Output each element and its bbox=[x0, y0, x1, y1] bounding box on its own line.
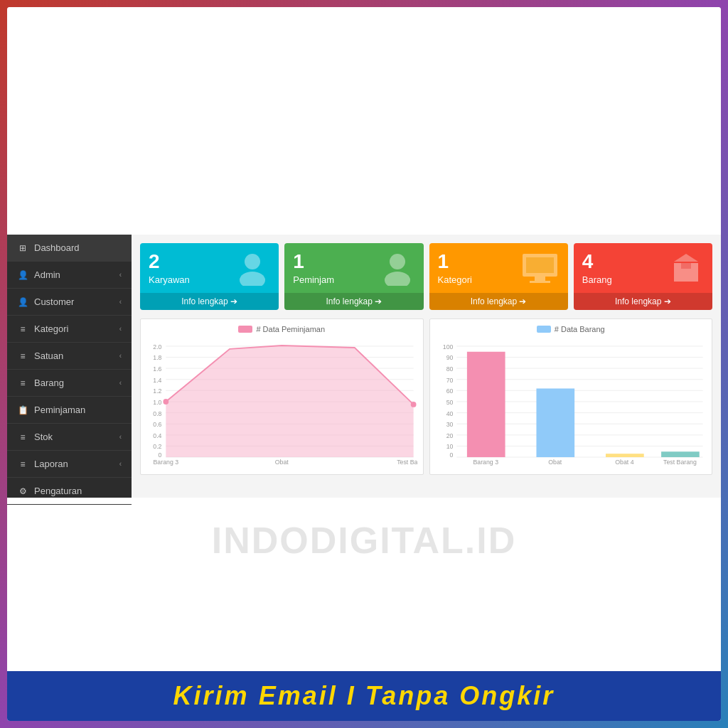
sidebar-item-satuan[interactable]: ≡ Satuan ‹ bbox=[7, 343, 132, 370]
svg-text:1.0: 1.0 bbox=[153, 399, 161, 406]
chart-peminjaman-title: # Data Peminjaman bbox=[146, 325, 417, 333]
sidebar-item-peminjaman[interactable]: 📋 Peminjaman bbox=[7, 397, 132, 424]
sidebar-item-admin[interactable]: 👤 Admin ‹ bbox=[7, 262, 132, 289]
svg-text:70: 70 bbox=[446, 377, 453, 384]
sidebar-item-kategori[interactable]: ≡ Kategori ‹ bbox=[7, 316, 132, 343]
sidebar-item-pengaturan[interactable]: ⚙ Pengaturan bbox=[7, 478, 132, 505]
app-container: ⊞ Dashboard 👤 Admin ‹ 👤 Customer ‹ bbox=[7, 7, 721, 721]
barang-number: 4 bbox=[582, 252, 612, 272]
watermark-area: INDODIGITAL.ID bbox=[7, 498, 721, 583]
svg-point-2 bbox=[390, 254, 405, 269]
chart-peminjaman: # Data Peminjaman 2.0 1.8 1.6 1.4 1.2 1.… bbox=[140, 318, 424, 475]
chevron-icon: ‹ bbox=[119, 271, 122, 279]
kategori-label: Kategori bbox=[438, 274, 472, 285]
svg-text:30: 30 bbox=[446, 421, 453, 428]
banner-text: Kirim Email I Tanpa Ongkir bbox=[173, 681, 555, 711]
svg-text:2.0: 2.0 bbox=[153, 343, 161, 350]
chart-barang-title: # Data Barang bbox=[436, 325, 707, 333]
chevron-icon: ‹ bbox=[119, 433, 122, 441]
sidebar-item-dashboard[interactable]: ⊞ Dashboard bbox=[7, 235, 132, 262]
sidebar-item-laporan[interactable]: ≡ Laporan ‹ bbox=[7, 451, 132, 478]
sidebar-label-satuan: Satuan bbox=[34, 350, 63, 361]
dashboard-icon: ⊞ bbox=[17, 243, 28, 253]
svg-text:0.2: 0.2 bbox=[153, 443, 161, 450]
svg-text:90: 90 bbox=[446, 354, 453, 361]
svg-text:Obat: Obat bbox=[548, 459, 562, 466]
svg-text:0.8: 0.8 bbox=[153, 410, 161, 417]
stat-card-karyawan: 2 Karyawan Info lengkap ➔ bbox=[140, 243, 279, 310]
charts-area: # Data Peminjaman 2.0 1.8 1.6 1.4 1.2 1.… bbox=[140, 318, 712, 475]
svg-text:Test Barang: Test Barang bbox=[663, 459, 697, 466]
svg-marker-33 bbox=[166, 346, 413, 457]
sidebar-item-stok[interactable]: ≡ Stok ‹ bbox=[7, 424, 132, 451]
svg-point-34 bbox=[163, 399, 168, 405]
karyawan-number: 2 bbox=[149, 252, 190, 272]
satuan-icon: ≡ bbox=[17, 351, 28, 361]
svg-text:100: 100 bbox=[442, 343, 453, 350]
svg-text:20: 20 bbox=[446, 432, 453, 439]
stok-icon: ≡ bbox=[17, 432, 28, 442]
main-content: 2 Karyawan Info lengkap ➔ 1 bbox=[132, 235, 721, 498]
chevron-icon: ‹ bbox=[119, 325, 122, 333]
chevron-icon: ‹ bbox=[119, 298, 122, 306]
sidebar: ⊞ Dashboard 👤 Admin ‹ 👤 Customer ‹ bbox=[7, 235, 132, 498]
barang-box-icon bbox=[668, 250, 704, 286]
chevron-icon: ‹ bbox=[119, 460, 122, 468]
karyawan-footer[interactable]: Info lengkap ➔ bbox=[140, 293, 279, 310]
svg-text:0.4: 0.4 bbox=[153, 432, 161, 439]
karyawan-person-icon bbox=[235, 250, 270, 286]
svg-text:0: 0 bbox=[159, 451, 162, 459]
stat-card-peminjam: 1 Peminjam Info lengkap ➔ bbox=[284, 243, 423, 310]
stat-card-barang: 4 Barang Info lengkap ➔ bbox=[574, 243, 712, 310]
sidebar-label-laporan: Laporan bbox=[34, 459, 68, 469]
svg-text:1.8: 1.8 bbox=[153, 354, 161, 361]
svg-text:60: 60 bbox=[446, 387, 453, 395]
svg-rect-10 bbox=[681, 263, 691, 269]
sidebar-item-customer[interactable]: 👤 Customer ‹ bbox=[7, 289, 132, 316]
stat-card-kategori: 1 Kategori Info lengkap ➔ bbox=[429, 243, 568, 310]
kategori-monitor-icon bbox=[520, 252, 560, 284]
bar-barang3 bbox=[466, 352, 505, 457]
sidebar-label-barang: Barang bbox=[34, 378, 64, 388]
svg-text:Obat 4: Obat 4 bbox=[615, 459, 633, 466]
watermark-text: INDODIGITAL.ID bbox=[212, 519, 517, 562]
svg-text:50: 50 bbox=[446, 399, 453, 406]
peminjam-footer[interactable]: Info lengkap ➔ bbox=[284, 293, 423, 310]
svg-text:40: 40 bbox=[446, 410, 453, 417]
bar-testbarang bbox=[661, 451, 700, 457]
svg-text:10: 10 bbox=[446, 443, 453, 450]
sidebar-label-dashboard: Dashboard bbox=[34, 242, 80, 253]
sidebar-label-pengaturan: Pengaturan bbox=[34, 486, 82, 496]
chart-peminjaman-legend-box bbox=[238, 326, 252, 333]
chevron-icon: ‹ bbox=[119, 379, 122, 387]
sidebar-label-stok: Stok bbox=[34, 432, 53, 442]
svg-rect-5 bbox=[526, 257, 554, 273]
peminjaman-icon: 📋 bbox=[17, 405, 28, 415]
barang-footer[interactable]: Info lengkap ➔ bbox=[574, 293, 712, 310]
svg-point-35 bbox=[411, 402, 417, 407]
svg-text:80: 80 bbox=[446, 365, 453, 373]
bar-obat4 bbox=[606, 454, 644, 457]
svg-text:Barang 3: Barang 3 bbox=[154, 459, 179, 466]
kategori-footer[interactable]: Info lengkap ➔ bbox=[429, 293, 568, 310]
pengaturan-icon: ⚙ bbox=[17, 486, 28, 496]
sidebar-label-customer: Customer bbox=[34, 296, 74, 307]
chart-peminjaman-svg: 2.0 1.8 1.6 1.4 1.2 1.0 0.8 0.6 0.4 0.2 … bbox=[146, 338, 417, 466]
chevron-icon: ‹ bbox=[119, 352, 122, 360]
svg-point-1 bbox=[240, 272, 265, 286]
peminjam-person-icon bbox=[380, 250, 415, 286]
svg-text:0.6: 0.6 bbox=[153, 421, 161, 428]
karyawan-label: Karyawan bbox=[149, 274, 190, 285]
svg-rect-7 bbox=[530, 281, 550, 283]
svg-text:Barang 3: Barang 3 bbox=[473, 459, 498, 466]
main-app-area: ⊞ Dashboard 👤 Admin ‹ 👤 Customer ‹ bbox=[7, 235, 721, 498]
bottom-banner: Kirim Email I Tanpa Ongkir bbox=[7, 671, 721, 721]
svg-text:Obat: Obat bbox=[275, 459, 289, 466]
top-white-area bbox=[7, 7, 721, 235]
chart-barang-legend-box bbox=[537, 326, 551, 333]
chart-barang-svg: 100 90 80 70 60 50 40 30 20 10 0 bbox=[436, 338, 707, 466]
sidebar-item-barang[interactable]: ≡ Barang ‹ bbox=[7, 370, 132, 397]
customer-icon: 👤 bbox=[17, 297, 28, 307]
svg-text:1.4: 1.4 bbox=[153, 377, 161, 384]
chart-barang: # Data Barang 100 90 80 70 60 50 40 30 2… bbox=[429, 318, 713, 475]
